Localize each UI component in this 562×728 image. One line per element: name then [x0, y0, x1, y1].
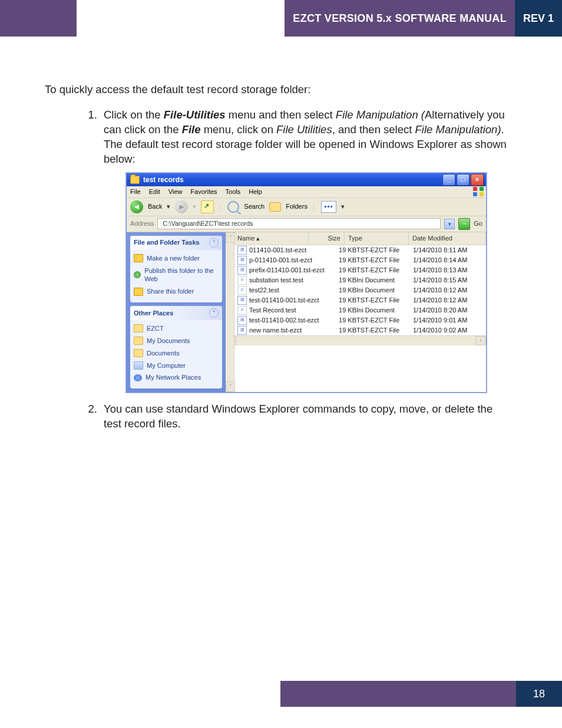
file-date: 1/14/2010 8:12 AM [413, 296, 482, 305]
collapse-icon[interactable]: ˄ [209, 308, 219, 318]
manual-rev: REV 1 [515, 0, 562, 37]
back-label[interactable]: Back [148, 202, 162, 211]
file-name: 011410-001.tst-ezct [249, 246, 328, 255]
file-name: test-011410-002.tst-ezct [249, 316, 328, 325]
column-headers: Name ▴ Size Type Date Modified [234, 232, 486, 245]
step1-part: Click on the [104, 108, 164, 121]
col-date[interactable]: Date Modified [409, 232, 486, 245]
col-name[interactable]: Name ▴ [234, 232, 309, 245]
file-utilities-label: File-Utilities [164, 108, 226, 121]
vertical-scrollbar[interactable]: ˄ ˅ [226, 232, 234, 393]
menu-edit[interactable]: Edit [149, 187, 160, 196]
file-list: ⊞011410-001.tst-ezct19 KBTST-EZCT File1/… [234, 245, 486, 335]
file-row[interactable]: ⊞new name.tst-ezct19 KBTST-EZCT File1/14… [234, 325, 486, 335]
views-button[interactable] [321, 201, 336, 213]
maximize-button[interactable]: □ [457, 174, 470, 186]
file-date: 1/14/2010 9:02 AM [413, 326, 482, 335]
manual-title: EZCT VERSION 5.x SOFTWARE MANUAL [285, 0, 515, 37]
document-icon: ≡ [237, 286, 247, 295]
file-manipulation-label-2: File Manipulation) [415, 123, 501, 136]
file-name: new name.tst-ezct [249, 326, 328, 335]
address-path: C:\Vanguard\EZCT\test records [163, 219, 253, 228]
sidebar-publish-web[interactable]: Publish this folder to the Web [134, 265, 219, 286]
file-row[interactable]: ⊞011410-001.tst-ezct19 KBTST-EZCT File1/… [234, 245, 486, 255]
explorer-menubar: File Edit View Favorites Tools Help [127, 186, 486, 198]
search-label[interactable]: Search [244, 202, 265, 211]
file-row[interactable]: ⊞test-011410-001.tst-ezct19 KBTST-EZCT F… [234, 295, 486, 305]
search-icon[interactable] [227, 201, 239, 213]
step1-part: menu, click on [201, 123, 277, 136]
file-row[interactable]: ≡Test Record.test19 KBIni Document1/14/2… [234, 305, 486, 315]
scroll-down-icon[interactable]: ˅ [226, 381, 235, 392]
sidebar-share-folder[interactable]: Share this folder [134, 285, 219, 298]
ezct-file-icon: ⊞ [237, 256, 247, 265]
ezct-file-icon: ⊞ [237, 246, 247, 255]
file-utilities-italic: File Utilities [276, 123, 332, 136]
go-button[interactable]: → [458, 218, 470, 230]
explorer-titlebar[interactable]: test records _ □ × [127, 173, 486, 186]
sidebar-item-mycomputer[interactable]: My Computer [134, 360, 219, 372]
address-dropdown[interactable]: ▾ [444, 219, 455, 229]
share-folder-icon [134, 288, 143, 296]
file-row[interactable]: ⊞test-011410-002.tst-ezct19 KBTST-EZCT F… [234, 315, 486, 325]
menu-tools[interactable]: Tools [226, 187, 241, 196]
sidebar-item-ezct[interactable]: EZCT [134, 322, 219, 335]
file-type: TST-EZCT File [356, 296, 413, 305]
windows-flag-icon [473, 187, 484, 196]
minimize-button[interactable]: _ [442, 174, 455, 186]
document-icon: ≡ [237, 306, 247, 315]
folder-icon [130, 176, 140, 184]
folder-icon [134, 324, 143, 332]
file-row[interactable]: ⊞prefix-011410-001.tst-ezct19 KBTST-EZCT… [234, 265, 486, 275]
scroll-up-icon[interactable]: ˄ [226, 232, 235, 243]
publish-web-icon [134, 271, 141, 278]
address-label: Address [130, 219, 154, 228]
file-row[interactable]: ≡test22.test19 KBIni Document1/14/2010 8… [234, 285, 486, 295]
folder-icon [134, 337, 143, 345]
col-size[interactable]: Size [309, 232, 345, 245]
file-type: TST-EZCT File [356, 246, 413, 255]
document-icon: ≡ [237, 276, 247, 285]
close-button[interactable]: × [471, 174, 484, 186]
file-size: 19 KB [328, 326, 356, 335]
page-number: 18 [516, 681, 562, 707]
file-name: p-011410-001.tst-ezct [249, 256, 328, 265]
forward-button[interactable]: ► [175, 200, 188, 213]
file-type: TST-EZCT File [356, 326, 413, 335]
address-field[interactable]: C:\Vanguard\EZCT\test records [157, 218, 441, 229]
file-row[interactable]: ⊞p-011410-001.tst-ezct19 KBTST-EZCT File… [234, 255, 486, 265]
computer-icon [134, 361, 143, 370]
collapse-icon[interactable]: ˄ [209, 238, 219, 248]
menu-help[interactable]: Help [249, 187, 262, 196]
file-row[interactable]: ≡substation test.test19 KBIni Document1/… [234, 275, 486, 285]
back-button[interactable]: ◄ [130, 200, 143, 213]
scroll-right-icon[interactable]: › [475, 336, 486, 345]
sidebar-item-docs[interactable]: Documents [134, 347, 219, 360]
file-name: Test Record.test [249, 306, 328, 315]
file-name: substation test.test [249, 276, 328, 285]
file-size: 19 KB [328, 256, 356, 265]
folders-icon[interactable] [269, 202, 281, 212]
ezct-file-icon: ⊞ [237, 266, 247, 275]
sidebar-make-new-folder[interactable]: Make a new folder [134, 252, 219, 265]
file-date: 1/14/2010 8:15 AM [413, 276, 482, 285]
col-type[interactable]: Type [345, 232, 409, 245]
file-size: 19 KB [328, 296, 356, 305]
horizontal-scrollbar[interactable]: ‹ › [226, 335, 486, 345]
file-size: 19 KB [328, 306, 356, 315]
sidebar-item-mydocs[interactable]: My Documents [134, 335, 219, 347]
explorer-sidebar: File and Folder Tasks ˄ Make a new folde… [127, 232, 226, 393]
new-folder-icon [134, 254, 143, 262]
file-date: 1/14/2010 9:01 AM [413, 316, 482, 325]
up-button[interactable] [201, 200, 214, 213]
folders-label[interactable]: Folders [286, 202, 308, 211]
menu-view[interactable]: View [168, 187, 183, 196]
file-menu-label: File [182, 123, 201, 136]
file-date: 1/14/2010 8:12 AM [413, 286, 482, 295]
go-label[interactable]: Go [474, 219, 482, 228]
folder-icon [134, 349, 143, 357]
menu-file[interactable]: File [130, 187, 141, 196]
menu-favorites[interactable]: Favorites [190, 187, 217, 196]
sidebar-item-network[interactable]: My Network Places [134, 371, 219, 384]
step-1: Click on the File-Utilities menu and the… [100, 108, 509, 393]
